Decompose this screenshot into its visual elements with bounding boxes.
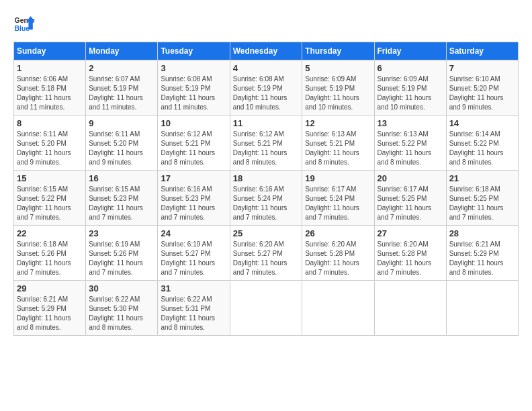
day-number: 6	[378, 63, 443, 73]
day-info: Sunrise: 6:15 AM Sunset: 5:22 PM Dayligh…	[17, 185, 83, 222]
col-tuesday: Tuesday	[158, 42, 230, 60]
calendar-cell: 16 Sunrise: 6:15 AM Sunset: 5:23 PM Dayl…	[86, 171, 158, 226]
day-info: Sunrise: 6:11 AM Sunset: 5:20 PM Dayligh…	[89, 130, 154, 167]
day-info: Sunrise: 6:21 AM Sunset: 5:29 PM Dayligh…	[17, 295, 83, 332]
day-info: Sunrise: 6:09 AM Sunset: 5:19 PM Dayligh…	[378, 75, 443, 112]
calendar-cell	[374, 281, 446, 336]
calendar-cell: 13 Sunrise: 6:13 AM Sunset: 5:22 PM Dayl…	[374, 116, 446, 171]
day-info: Sunrise: 6:06 AM Sunset: 5:18 PM Dayligh…	[17, 75, 83, 112]
calendar-cell: 8 Sunrise: 6:11 AM Sunset: 5:20 PM Dayli…	[14, 116, 86, 171]
day-info: Sunrise: 6:18 AM Sunset: 5:25 PM Dayligh…	[449, 185, 515, 222]
header-row: Sunday Monday Tuesday Wednesday Thursday…	[14, 42, 519, 60]
calendar-cell: 5 Sunrise: 6:09 AM Sunset: 5:19 PM Dayli…	[302, 60, 374, 116]
page-header: General Blue	[13, 13, 519, 35]
calendar-cell: 26 Sunrise: 6:20 AM Sunset: 5:28 PM Dayl…	[302, 226, 374, 281]
day-info: Sunrise: 6:19 AM Sunset: 5:26 PM Dayligh…	[89, 240, 154, 277]
day-info: Sunrise: 6:15 AM Sunset: 5:23 PM Dayligh…	[89, 185, 154, 222]
day-info: Sunrise: 6:21 AM Sunset: 5:29 PM Dayligh…	[449, 240, 515, 277]
day-info: Sunrise: 6:20 AM Sunset: 5:28 PM Dayligh…	[305, 240, 371, 277]
col-sunday: Sunday	[14, 42, 86, 60]
day-number: 24	[161, 228, 226, 238]
logo-icon: General Blue	[13, 13, 35, 35]
col-friday: Friday	[374, 42, 446, 60]
calendar-cell: 27 Sunrise: 6:20 AM Sunset: 5:28 PM Dayl…	[374, 226, 446, 281]
calendar-cell: 15 Sunrise: 6:15 AM Sunset: 5:22 PM Dayl…	[14, 171, 86, 226]
day-info: Sunrise: 6:19 AM Sunset: 5:27 PM Dayligh…	[161, 240, 226, 277]
calendar-cell	[446, 281, 518, 336]
day-info: Sunrise: 6:17 AM Sunset: 5:25 PM Dayligh…	[378, 185, 443, 222]
col-monday: Monday	[86, 42, 158, 60]
calendar-table: Sunday Monday Tuesday Wednesday Thursday…	[13, 42, 519, 336]
day-number: 17	[161, 173, 226, 183]
day-number: 30	[89, 283, 154, 293]
calendar-cell: 9 Sunrise: 6:11 AM Sunset: 5:20 PM Dayli…	[86, 116, 158, 171]
calendar-cell: 14 Sunrise: 6:14 AM Sunset: 5:22 PM Dayl…	[446, 116, 518, 171]
calendar-cell: 17 Sunrise: 6:16 AM Sunset: 5:23 PM Dayl…	[158, 171, 230, 226]
day-number: 27	[378, 228, 443, 238]
day-number: 9	[89, 118, 154, 128]
col-thursday: Thursday	[302, 42, 374, 60]
calendar-row: 29 Sunrise: 6:21 AM Sunset: 5:29 PM Dayl…	[14, 281, 519, 336]
day-number: 11	[233, 118, 300, 128]
day-info: Sunrise: 6:11 AM Sunset: 5:20 PM Dayligh…	[17, 130, 83, 167]
day-info: Sunrise: 6:20 AM Sunset: 5:27 PM Dayligh…	[233, 240, 300, 277]
day-info: Sunrise: 6:12 AM Sunset: 5:21 PM Dayligh…	[233, 130, 300, 167]
calendar-cell: 7 Sunrise: 6:10 AM Sunset: 5:20 PM Dayli…	[446, 60, 518, 116]
day-info: Sunrise: 6:07 AM Sunset: 5:19 PM Dayligh…	[89, 75, 154, 112]
day-info: Sunrise: 6:16 AM Sunset: 5:24 PM Dayligh…	[233, 185, 300, 222]
day-number: 18	[233, 173, 300, 183]
day-info: Sunrise: 6:08 AM Sunset: 5:19 PM Dayligh…	[161, 75, 226, 112]
day-number: 22	[17, 228, 83, 238]
calendar-cell: 2 Sunrise: 6:07 AM Sunset: 5:19 PM Dayli…	[86, 60, 158, 116]
calendar-row: 22 Sunrise: 6:18 AM Sunset: 5:26 PM Dayl…	[14, 226, 519, 281]
calendar-row: 15 Sunrise: 6:15 AM Sunset: 5:22 PM Dayl…	[14, 171, 519, 226]
calendar-row: 1 Sunrise: 6:06 AM Sunset: 5:18 PM Dayli…	[14, 60, 519, 116]
day-info: Sunrise: 6:13 AM Sunset: 5:21 PM Dayligh…	[305, 130, 371, 167]
calendar-cell: 1 Sunrise: 6:06 AM Sunset: 5:18 PM Dayli…	[14, 60, 86, 116]
calendar-cell: 22 Sunrise: 6:18 AM Sunset: 5:26 PM Dayl…	[14, 226, 86, 281]
day-number: 4	[233, 63, 300, 73]
day-info: Sunrise: 6:16 AM Sunset: 5:23 PM Dayligh…	[161, 185, 226, 222]
calendar-cell: 29 Sunrise: 6:21 AM Sunset: 5:29 PM Dayl…	[14, 281, 86, 336]
day-number: 20	[378, 173, 443, 183]
calendar-cell: 23 Sunrise: 6:19 AM Sunset: 5:26 PM Dayl…	[86, 226, 158, 281]
day-number: 3	[161, 63, 226, 73]
calendar-cell: 4 Sunrise: 6:08 AM Sunset: 5:19 PM Dayli…	[230, 60, 302, 116]
day-number: 7	[449, 63, 515, 73]
day-number: 8	[17, 118, 83, 128]
calendar-cell: 31 Sunrise: 6:22 AM Sunset: 5:31 PM Dayl…	[158, 281, 230, 336]
calendar-cell: 12 Sunrise: 6:13 AM Sunset: 5:21 PM Dayl…	[302, 116, 374, 171]
day-info: Sunrise: 6:14 AM Sunset: 5:22 PM Dayligh…	[449, 130, 515, 167]
day-number: 12	[305, 118, 371, 128]
calendar-cell: 20 Sunrise: 6:17 AM Sunset: 5:25 PM Dayl…	[374, 171, 446, 226]
calendar-cell	[302, 281, 374, 336]
calendar-row: 8 Sunrise: 6:11 AM Sunset: 5:20 PM Dayli…	[14, 116, 519, 171]
day-info: Sunrise: 6:12 AM Sunset: 5:21 PM Dayligh…	[161, 130, 226, 167]
calendar-cell: 30 Sunrise: 6:22 AM Sunset: 5:30 PM Dayl…	[86, 281, 158, 336]
day-number: 21	[449, 173, 515, 183]
calendar-cell: 21 Sunrise: 6:18 AM Sunset: 5:25 PM Dayl…	[446, 171, 518, 226]
calendar-cell: 19 Sunrise: 6:17 AM Sunset: 5:24 PM Dayl…	[302, 171, 374, 226]
day-number: 16	[89, 173, 154, 183]
logo: General Blue	[13, 13, 35, 35]
day-info: Sunrise: 6:13 AM Sunset: 5:22 PM Dayligh…	[378, 130, 443, 167]
day-number: 14	[449, 118, 515, 128]
col-wednesday: Wednesday	[230, 42, 302, 60]
calendar-cell: 11 Sunrise: 6:12 AM Sunset: 5:21 PM Dayl…	[230, 116, 302, 171]
day-number: 31	[161, 283, 226, 293]
day-info: Sunrise: 6:10 AM Sunset: 5:20 PM Dayligh…	[449, 75, 515, 112]
day-info: Sunrise: 6:20 AM Sunset: 5:28 PM Dayligh…	[378, 240, 443, 277]
day-number: 10	[161, 118, 226, 128]
day-number: 23	[89, 228, 154, 238]
calendar-cell: 28 Sunrise: 6:21 AM Sunset: 5:29 PM Dayl…	[446, 226, 518, 281]
calendar-cell	[230, 281, 302, 336]
day-number: 26	[305, 228, 371, 238]
day-number: 28	[449, 228, 515, 238]
day-info: Sunrise: 6:22 AM Sunset: 5:31 PM Dayligh…	[161, 295, 226, 332]
day-number: 5	[305, 63, 371, 73]
day-info: Sunrise: 6:22 AM Sunset: 5:30 PM Dayligh…	[89, 295, 154, 332]
day-info: Sunrise: 6:17 AM Sunset: 5:24 PM Dayligh…	[305, 185, 371, 222]
day-number: 1	[17, 63, 83, 73]
day-number: 19	[305, 173, 371, 183]
calendar-cell: 18 Sunrise: 6:16 AM Sunset: 5:24 PM Dayl…	[230, 171, 302, 226]
